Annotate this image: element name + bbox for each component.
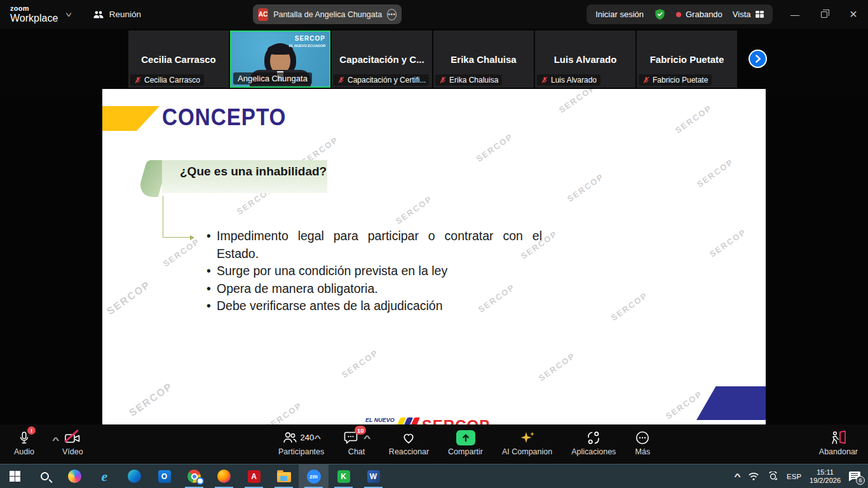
close-button[interactable]: ✕ <box>839 8 868 20</box>
taskbar-internet-explorer[interactable]: e <box>90 464 119 488</box>
brand-workplace: Workplace <box>10 13 58 24</box>
taskbar-copilot[interactable] <box>60 464 90 488</box>
connector-arrow-icon <box>190 235 194 240</box>
tray-time: 15:11 <box>810 468 841 477</box>
window-controls: — ✕ <box>780 0 868 29</box>
tab-options-icon[interactable]: ••• <box>387 9 397 20</box>
muted-mic-icon <box>337 76 345 84</box>
apps-button[interactable]: Aplicaciones <box>571 429 616 456</box>
footer-sercop-logo: SERCOP <box>422 418 490 424</box>
taskbar-edge[interactable] <box>119 464 149 488</box>
view-button[interactable]: Vista <box>733 10 764 19</box>
tray-chevron-up-icon[interactable]: ^ <box>734 472 741 481</box>
chevron-right-icon <box>754 55 762 63</box>
wifi-icon[interactable] <box>748 471 759 481</box>
apps-icon <box>586 430 601 445</box>
participant-label: Fabricio Puetate <box>653 76 708 85</box>
audio-label: Audio <box>14 447 34 456</box>
participant-tile[interactable]: SERCOP EL NUEVO ECUADOR Angelica Chungat… <box>230 30 330 88</box>
taskbar-chrome[interactable] <box>179 464 209 488</box>
muted-mic-icon <box>642 76 650 84</box>
topbar-status-group: Iniciar sesión Grabando Vista <box>587 4 773 24</box>
participant-tile[interactable]: Capacitación y C... Capacitación y Certi… <box>332 30 432 88</box>
participant-label-pill: Angelica Chungata <box>233 72 312 85</box>
sercop-watermark: SERCOP <box>105 279 153 317</box>
tab-meeting[interactable]: Reunión <box>93 10 141 20</box>
language-indicator[interactable]: ESP <box>787 473 801 480</box>
brand-zoom: zoom <box>10 5 58 12</box>
windows-taskbar: eOAzmKW ^ ESP 15:11 19/2/2026 6 <box>0 464 868 488</box>
ai-companion-button[interactable]: AI Companion <box>502 429 552 456</box>
participants-chevron-up-icon[interactable]: ^ <box>314 433 321 443</box>
slide-title: CONCEPTO <box>162 103 286 130</box>
tab-shared-screen[interactable]: AC Pantalla de Angelica Chungata ••• <box>253 4 402 24</box>
bullet-item: Debe verificarse antes de la adjudicació… <box>217 297 542 315</box>
next-participants-button[interactable] <box>749 50 767 68</box>
participant-tile[interactable]: Luis Alvarado Luis Alvarado <box>535 30 635 88</box>
screen-recorder-icon[interactable] <box>768 471 778 481</box>
windows-start-icon <box>10 471 21 482</box>
audio-button[interactable]: ! Audio ^ <box>14 429 34 456</box>
reactions-button[interactable]: Reaccionar <box>389 429 429 456</box>
bullet-list: Impedimento legal para participar o cont… <box>217 227 542 315</box>
sercop-watermark: SERCOP <box>674 103 714 135</box>
taskbar-zoom[interactable]: zm <box>299 464 329 488</box>
brand-chevron-down-icon[interactable]: ˅ <box>65 11 72 18</box>
participants-button[interactable]: 240 ^ Participantes <box>278 429 324 456</box>
participant-tile[interactable]: Fabricio Puetate Fabricio Puetate <box>637 30 737 88</box>
participants-count: 240 <box>300 433 314 442</box>
notification-count-badge: 6 <box>856 476 865 485</box>
notification-center-icon[interactable]: 6 <box>849 471 860 482</box>
video-strip: Cecilia Carrasco Cecilia Carrasco SERCOP… <box>0 29 868 89</box>
participant-label-pill: Luis Alvarado <box>537 74 600 86</box>
leave-button[interactable]: Abandonar <box>819 429 858 456</box>
sercop-watermark: SERCOP <box>340 348 380 380</box>
taskbar-kaspersky[interactable]: K <box>329 464 358 488</box>
participant-label-pill: Erika Chaluisa <box>435 74 502 86</box>
taskbar-start[interactable] <box>0 464 30 488</box>
tab-meeting-label: Reunión <box>109 10 141 19</box>
participants-label: Participantes <box>278 447 324 456</box>
clock[interactable]: 15:11 19/2/2026 <box>810 468 841 485</box>
more-button[interactable]: Más <box>635 429 650 456</box>
participant-name: Cecilia Carrasco <box>128 54 229 65</box>
participant-tile[interactable]: Erika Chaluisa Erika Chaluisa <box>433 30 534 88</box>
sercop-watermark: SERCOP <box>537 351 577 383</box>
recording-indicator[interactable]: Grabando <box>676 10 722 19</box>
security-shield-icon[interactable] <box>654 8 666 20</box>
sercop-watermark: SERCOP <box>127 381 175 419</box>
muted-mic-icon <box>439 76 447 84</box>
minimize-button[interactable]: — <box>780 10 810 20</box>
taskbar-firefox[interactable] <box>209 464 239 488</box>
chat-button[interactable]: 10 ^ Chat <box>343 429 370 456</box>
video-button[interactable]: Vídeo <box>62 429 83 456</box>
participant-name: Luis Alvarado <box>535 54 635 65</box>
zoom-workplace-logo: zoom Workplace <box>10 5 58 24</box>
taskbar-outlook[interactable]: O <box>149 464 179 488</box>
video-label: Vídeo <box>62 447 83 456</box>
share-screen-icon <box>456 430 475 445</box>
sercop-watermark: SERCOP <box>566 172 606 204</box>
sign-in-button[interactable]: Iniciar sesión <box>595 10 644 19</box>
video-brand-subtitle: EL NUEVO ECUADOR <box>289 44 325 48</box>
sercop-watermark: SERCOP <box>664 389 704 421</box>
ai-sparkle-icon <box>519 430 536 445</box>
restore-button[interactable] <box>810 10 839 20</box>
audio-chevron-up-icon[interactable]: ^ <box>52 435 59 445</box>
sercop-watermark: SERCOP <box>609 290 649 323</box>
taskbar-search[interactable] <box>30 464 60 488</box>
share-screen-button[interactable]: Compartir <box>448 429 483 456</box>
more-ellipsis-icon <box>635 430 650 445</box>
outlook-icon: O <box>158 470 171 483</box>
firefox-icon <box>217 470 231 483</box>
participant-tile[interactable]: Cecilia Carrasco Cecilia Carrasco <box>128 30 229 88</box>
taskbar-file-explorer[interactable] <box>269 464 299 488</box>
tray-date: 19/2/2026 <box>810 477 841 485</box>
taskbar-acrobat[interactable]: A <box>239 464 269 488</box>
video-brand: SERCOP EL NUEVO ECUADOR <box>289 35 325 48</box>
muted-mic-icon <box>134 76 142 84</box>
word-icon: W <box>367 470 380 483</box>
taskbar-word[interactable]: W <box>358 464 388 488</box>
chat-chevron-up-icon[interactable]: ^ <box>363 433 370 443</box>
yellow-banner-shape <box>102 106 159 131</box>
